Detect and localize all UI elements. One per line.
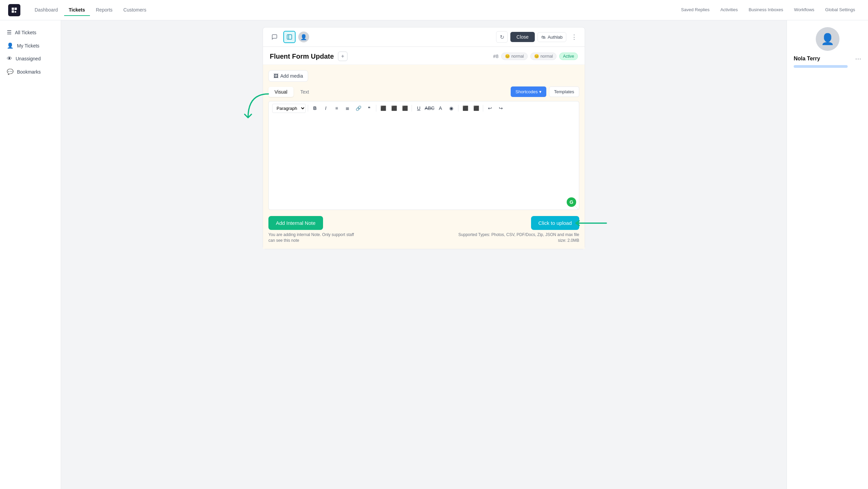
nav-workflows[interactable]: Workflows <box>789 4 819 16</box>
undo-button[interactable]: ↩ <box>485 103 495 113</box>
close-button[interactable]: Close <box>510 32 535 42</box>
upload-hint-text: Supported Types: Photos, CSV, PDF/Docs, … <box>450 232 579 243</box>
nav-right: Saved Replies Activities Business Inboxe… <box>676 4 860 16</box>
add-media-container: 🖼 Add media <box>268 70 579 82</box>
contact-name: Nola Terry <box>794 56 820 62</box>
contact-name-row: Nola Terry ⋯ <box>794 55 861 62</box>
unordered-list-button[interactable]: ≡ <box>332 103 341 113</box>
shortcodes-label: Shortcodes <box>515 89 538 94</box>
font-color-button[interactable]: A <box>436 103 445 113</box>
note-hint-text: You are adding internal Note. Only suppo… <box>268 232 357 243</box>
priority-label-2: normal <box>541 54 553 59</box>
sidebar-label-unassigned: Unassigned <box>16 56 41 61</box>
templates-button[interactable]: Templates <box>549 86 579 97</box>
status-badge: Active <box>559 53 578 60</box>
nav-links: Dashboard Tickets Reports Customers <box>30 4 676 16</box>
italic-button[interactable]: I <box>321 103 331 113</box>
ordered-list-button[interactable]: ≣ <box>343 103 352 113</box>
toolbar-divider-1 <box>308 105 308 112</box>
action-row: Add Internal Note You are adding interna… <box>268 215 579 243</box>
nav-reports[interactable]: Reports <box>91 4 117 16</box>
ticket-number: #8 <box>493 54 498 59</box>
ticket-container: 👤 ↻ Close 🛍 Authlab ⋮ Fluent Form Update… <box>263 27 585 249</box>
tab-text[interactable]: Text <box>294 87 315 97</box>
nav-saved-replies[interactable]: Saved Replies <box>676 4 714 16</box>
reply-section: 🖼 Add media Visual Text Shortcodes ▾ <box>263 65 585 249</box>
shortcodes-button[interactable]: Shortcodes ▾ <box>511 86 546 97</box>
toolbar-divider-4 <box>458 105 458 112</box>
sidebar-label-all-tickets: All Tickets <box>15 30 36 35</box>
editor-toolbar: Paragraph B I ≡ ≣ 🔗 ❝ ⬛ ⬛ ⬛ U ABC A ◉ ⬛ <box>268 101 579 115</box>
ticket-assignee-avatar: 👤 <box>298 32 309 42</box>
toolbar-divider-5 <box>483 105 483 112</box>
sidebar-item-my-tickets[interactable]: 👤 My Tickets <box>0 39 61 52</box>
ticket-title: Fluent Form Update <box>270 53 334 60</box>
toolbar-divider-3 <box>412 105 412 112</box>
add-media-button[interactable]: 🖼 Add media <box>268 70 308 82</box>
chat-view-btn[interactable] <box>268 31 281 43</box>
align-center-button[interactable]: ⬛ <box>389 103 399 113</box>
priority-badge-2: 😐 normal <box>530 53 557 60</box>
ticket-title-row: Fluent Form Update + #8 😐 normal 😐 norma… <box>263 47 585 65</box>
refresh-button[interactable]: ↻ <box>496 31 508 43</box>
align-right-button[interactable]: ⬛ <box>400 103 410 113</box>
sidebar-item-bookmarks[interactable]: 💬 Bookmarks <box>0 65 61 78</box>
view-tabs: Visual Text <box>268 87 315 97</box>
upload-arrow-container: Click to upload <box>531 216 579 230</box>
add-internal-note-button[interactable]: Add Internal Note <box>268 216 323 230</box>
upload-button[interactable]: Click to upload <box>531 216 579 230</box>
my-tickets-icon: 👤 <box>7 42 14 49</box>
sidebar-item-all-tickets[interactable]: ☰ All Tickets <box>0 26 61 39</box>
link-button[interactable]: 🔗 <box>354 103 363 113</box>
upload-area: Click to upload Supported Types: Photos,… <box>450 216 579 243</box>
right-panel: 👤 Nola Terry ⋯ <box>787 20 868 256</box>
strikethrough-button[interactable]: ABC <box>425 103 434 113</box>
resize-handle[interactable]: ⋱ <box>575 206 578 209</box>
editor-actions-right: Shortcodes ▾ Templates <box>511 86 579 97</box>
sidebar: ☰ All Tickets 👤 My Tickets 👁 Unassigned … <box>0 20 61 256</box>
paragraph-select[interactable]: Paragraph <box>272 104 306 113</box>
more-options-button[interactable]: ⋮ <box>569 32 579 42</box>
outdent-button[interactable]: ⬛ <box>471 103 481 113</box>
priority-icon-2: 😐 <box>534 54 539 59</box>
editor-tab-bar: Visual Text Shortcodes ▾ Templates <box>268 86 579 97</box>
priority-label-1: normal <box>511 54 524 59</box>
sidebar-label-my-tickets: My Tickets <box>17 43 39 48</box>
add-tag-button[interactable]: + <box>338 52 347 61</box>
align-left-button[interactable]: ⬛ <box>378 103 388 113</box>
editor-area[interactable]: G ⋱ <box>268 115 579 210</box>
add-media-icon: 🖼 <box>273 73 278 79</box>
add-media-label: Add media <box>280 73 303 79</box>
toolbar-divider-2 <box>376 105 376 112</box>
indent-button[interactable]: ⬛ <box>460 103 470 113</box>
tab-visual[interactable]: Visual <box>268 87 294 97</box>
logo-icon[interactable] <box>8 4 20 16</box>
nav-activities[interactable]: Activities <box>716 4 742 16</box>
bold-button[interactable]: B <box>310 103 320 113</box>
underline-button[interactable]: U <box>414 103 423 113</box>
contact-more-button[interactable]: ⋯ <box>855 55 861 62</box>
note-action-group: Add Internal Note You are adding interna… <box>268 216 357 243</box>
nav-business-inboxes[interactable]: Business Inboxes <box>744 4 788 16</box>
unassigned-icon: 👁 <box>7 56 12 62</box>
authlab-button[interactable]: 🛍 Authlab <box>537 32 566 42</box>
ticket-meta: #8 😐 normal 😐 normal Active <box>493 53 578 60</box>
bag-icon: 🛍 <box>541 35 546 40</box>
sidebar-item-unassigned[interactable]: 👁 Unassigned <box>0 52 61 65</box>
authlab-label: Authlab <box>548 35 563 40</box>
priority-icon-1: 😐 <box>505 54 510 59</box>
chevron-down-icon: ▾ <box>539 89 542 94</box>
top-nav: Dashboard Tickets Reports Customers Save… <box>0 0 868 20</box>
panel-view-btn[interactable] <box>283 31 296 43</box>
nav-tickets[interactable]: Tickets <box>64 4 90 16</box>
contact-avatar: 👤 <box>816 27 839 51</box>
nav-customers[interactable]: Customers <box>119 4 151 16</box>
nav-global-settings[interactable]: Global Settings <box>820 4 860 16</box>
highlight-button[interactable]: ◉ <box>447 103 456 113</box>
redo-button[interactable]: ↪ <box>496 103 506 113</box>
ticket-title-left: Fluent Form Update + <box>270 52 347 61</box>
sidebar-label-bookmarks: Bookmarks <box>17 69 41 75</box>
nav-dashboard[interactable]: Dashboard <box>30 4 63 16</box>
blockquote-button[interactable]: ❝ <box>364 103 374 113</box>
priority-badge-1: 😐 normal <box>501 53 528 60</box>
